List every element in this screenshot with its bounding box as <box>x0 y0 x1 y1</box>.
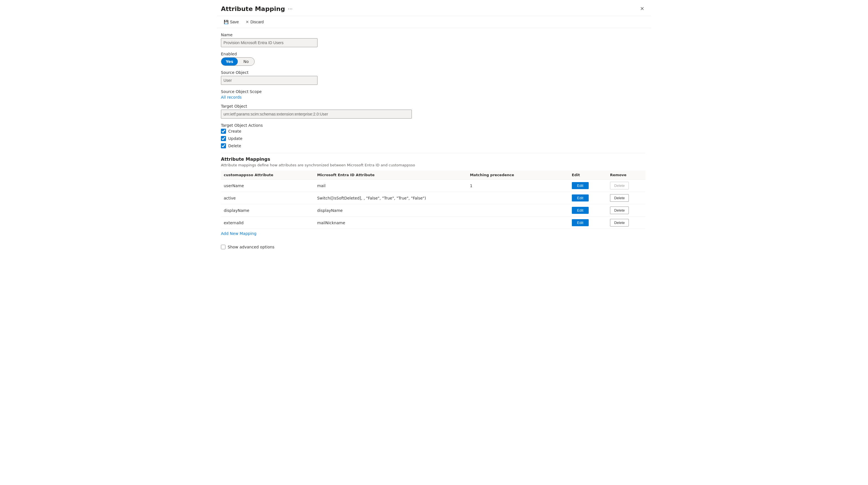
discard-icon: ✕ <box>246 20 249 24</box>
save-icon: 💾 <box>224 20 228 24</box>
col-header-customappsso: customappsso Attribute <box>221 171 314 179</box>
header: Attribute Mapping ··· ✕ <box>217 0 651 16</box>
cell-entra-1: Switch([IsSoftDeleted], , "False", "True… <box>314 192 467 204</box>
advanced-options-checkbox[interactable] <box>221 245 225 249</box>
enabled-toggle[interactable]: Yes No <box>221 57 255 66</box>
col-header-entra: Microsoft Entra ID Attribute <box>314 171 467 179</box>
target-object-input[interactable] <box>221 110 412 119</box>
name-input[interactable] <box>221 38 317 47</box>
attr-mappings-title: Attribute Mappings <box>221 156 645 162</box>
more-options-icon[interactable]: ··· <box>288 6 292 12</box>
enabled-field-group: Enabled Yes No <box>221 52 645 66</box>
table-header-row: customappsso Attribute Microsoft Entra I… <box>221 171 645 179</box>
cell-matching-3 <box>467 217 569 229</box>
cell-entra-0: mail <box>314 179 467 192</box>
target-actions-label: Target Object Actions <box>221 123 645 127</box>
cell-matching-0: 1 <box>467 179 569 192</box>
delete-button-1[interactable]: Delete <box>610 194 629 202</box>
advanced-options-label: Show advanced options <box>228 245 275 249</box>
source-object-input[interactable] <box>221 76 317 85</box>
edit-button-3[interactable]: Edit <box>572 219 589 226</box>
source-object-field-group: Source Object <box>221 70 645 85</box>
form-body: Name Enabled Yes No Source Object Source… <box>217 28 651 255</box>
header-left: Attribute Mapping ··· <box>221 5 292 12</box>
delete-button-3[interactable]: Delete <box>610 219 629 227</box>
cell-entra-3: mailNickname <box>314 217 467 229</box>
col-header-edit: Edit <box>569 171 607 179</box>
page-title: Attribute Mapping <box>221 5 285 12</box>
delete-checkbox-group: Delete <box>221 143 645 148</box>
table-row: displayName displayName Edit Delete <box>221 204 645 217</box>
table-row: active Switch([IsSoftDeleted], , "False"… <box>221 192 645 204</box>
source-scope-link[interactable]: All records <box>221 95 242 99</box>
create-checkbox-group: Create <box>221 129 645 134</box>
discard-button[interactable]: ✕ Discard <box>243 18 267 26</box>
table-row: userName mail 1 Edit Delete <box>221 179 645 192</box>
table-row: externalId mailNickname Edit Delete <box>221 217 645 229</box>
cell-entra-2: displayName <box>314 204 467 217</box>
cell-edit-0: Edit <box>569 179 607 192</box>
attr-mappings-desc: Attribute mappings define how attributes… <box>221 163 645 167</box>
add-new-mapping-link[interactable]: Add New Mapping <box>221 231 256 236</box>
target-object-label: Target Object <box>221 104 645 109</box>
delete-button-2[interactable]: Delete <box>610 206 629 214</box>
name-label: Name <box>221 33 645 37</box>
edit-button-2[interactable]: Edit <box>572 207 589 214</box>
create-checkbox[interactable] <box>221 129 226 134</box>
source-scope-field-group: Source Object Scope All records <box>221 89 645 99</box>
save-button[interactable]: 💾 Save <box>221 18 242 26</box>
close-button[interactable]: ✕ <box>639 4 645 13</box>
name-field-group: Name <box>221 33 645 47</box>
cell-matching-1 <box>467 192 569 204</box>
col-header-matching: Matching precedence <box>467 171 569 179</box>
attr-mappings-table: customappsso Attribute Microsoft Entra I… <box>221 171 645 229</box>
source-scope-label: Source Object Scope <box>221 89 645 94</box>
update-checkbox-group: Update <box>221 136 645 141</box>
source-object-label: Source Object <box>221 70 645 75</box>
separator-1 <box>221 153 645 153</box>
cell-customappsso-3: externalId <box>221 217 314 229</box>
cell-delete-2: Delete <box>607 204 645 217</box>
create-label: Create <box>228 129 241 134</box>
target-actions-group: Target Object Actions Create Update Dele… <box>221 123 645 148</box>
update-label: Update <box>228 136 243 141</box>
edit-button-1[interactable]: Edit <box>572 195 589 201</box>
toggle-yes[interactable]: Yes <box>221 58 238 65</box>
edit-button-0[interactable]: Edit <box>572 182 589 189</box>
enabled-label: Enabled <box>221 52 645 56</box>
page-container: Attribute Mapping ··· ✕ 💾 Save ✕ Discard… <box>217 0 651 255</box>
cell-customappsso-1: active <box>221 192 314 204</box>
delete-checkbox[interactable] <box>221 143 226 148</box>
delete-button-0[interactable]: Delete <box>610 182 629 190</box>
cell-matching-2 <box>467 204 569 217</box>
cell-customappsso-0: userName <box>221 179 314 192</box>
cell-edit-2: Edit <box>569 204 607 217</box>
col-header-remove: Remove <box>607 171 645 179</box>
cell-edit-1: Edit <box>569 192 607 204</box>
update-checkbox[interactable] <box>221 136 226 141</box>
delete-label: Delete <box>228 144 241 148</box>
advanced-options-row: Show advanced options <box>221 245 645 249</box>
cell-delete-1: Delete <box>607 192 645 204</box>
cell-delete-0: Delete <box>607 179 645 192</box>
target-object-field-group: Target Object <box>221 104 645 119</box>
attr-mappings-section: Attribute Mappings Attribute mappings de… <box>221 156 645 240</box>
cell-edit-3: Edit <box>569 217 607 229</box>
toolbar: 💾 Save ✕ Discard <box>217 16 651 28</box>
cell-customappsso-2: displayName <box>221 204 314 217</box>
cell-delete-3: Delete <box>607 217 645 229</box>
toggle-no[interactable]: No <box>238 58 254 65</box>
